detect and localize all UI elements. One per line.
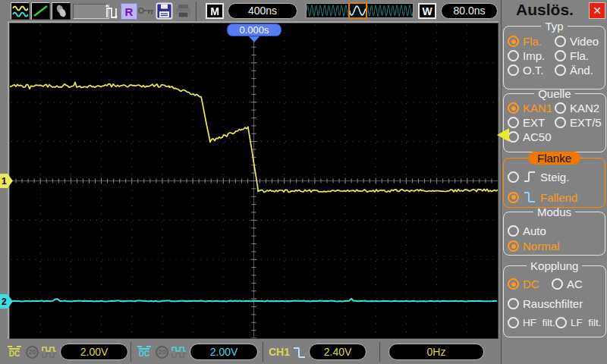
vectors-display-button[interactable]: [31, 2, 50, 20]
ch2-bandwidth-label: 20: [158, 348, 165, 356]
radio-icon: [508, 278, 519, 290]
ch1-scale-readout: 2.00V: [60, 344, 128, 360]
close-button[interactable]: ✕: [589, 2, 605, 19]
ch1-coupling-icon: DC: [6, 346, 23, 358]
radio-typ-flanke2[interactable]: Fla.: [555, 49, 601, 62]
group-typ: Typ Fla. Video Imp. Fla. O.T. Änd.: [503, 20, 605, 89]
trigger-falling-edge-icon: [292, 345, 307, 359]
ch2-marker-label: 2: [2, 297, 7, 307]
window-timebase-value: 80.0ns: [453, 5, 485, 17]
lock-button[interactable]: [137, 6, 155, 16]
print-button[interactable]: [175, 4, 191, 18]
radio-typ-flanke[interactable]: Fla.: [508, 35, 555, 48]
zoom-window-waveform-icon: [350, 5, 366, 17]
group-flanke-title: Flanke: [528, 152, 580, 165]
toolbar-divider: [196, 2, 197, 21]
main-timebase-badge: M: [206, 3, 224, 19]
persistence-display-button[interactable]: [52, 2, 71, 20]
frequency-readout: 0Hz: [388, 344, 484, 360]
radio-label: Auto: [523, 224, 546, 237]
radio-typ-aend[interactable]: Änd.: [555, 64, 601, 77]
trigger-level-value: 2.40V: [324, 346, 352, 358]
radio-icon: [508, 240, 519, 252]
radio-icon: [508, 64, 519, 76]
ch2-coupling-icon: DC: [136, 346, 153, 358]
radio-flanke-fallend[interactable]: Fallend: [508, 188, 601, 206]
radio-label: Änd.: [570, 64, 593, 77]
record-button[interactable]: R: [121, 3, 137, 20]
radio-flanke-steigend[interactable]: Steig.: [508, 168, 601, 186]
trigger-status-group[interactable]: CH1 2.40V: [269, 343, 366, 361]
radio-kopplung-rauschfilter[interactable]: Rauschfilter: [508, 297, 602, 310]
ch2-coupling-label: DC: [139, 348, 149, 358]
trigger-position-tab[interactable]: 0.000s: [227, 24, 281, 36]
radio-modus-auto[interactable]: Auto: [508, 224, 601, 237]
ch1-invert-icon: [42, 347, 57, 358]
channels-display-button[interactable]: [11, 2, 30, 20]
radio-label: O.T.: [523, 64, 544, 77]
radio-typ-impuls[interactable]: Imp.: [508, 49, 555, 62]
group-modus-title: Modus: [533, 206, 575, 218]
radio-label: AC50: [523, 130, 552, 143]
radio-icon: [555, 50, 566, 61]
channels-icon: [12, 4, 28, 18]
radio-typ-video[interactable]: Video: [555, 35, 601, 48]
save-button[interactable]: [156, 2, 173, 20]
radio-label: HF filt.: [523, 317, 555, 328]
radio-label: AC: [567, 278, 583, 290]
main-badge-label: M: [210, 5, 219, 17]
falling-edge-icon: [523, 190, 536, 204]
radio-label: KAN1: [523, 102, 552, 115]
radio-kopplung-dc[interactable]: DC: [508, 278, 552, 290]
ch1-coupling-label: DC: [9, 348, 20, 358]
key-icon: [137, 6, 155, 16]
radio-label: DC: [523, 278, 539, 290]
radio-icon: [508, 102, 519, 114]
ch2-status-group[interactable]: DC 20 2.00V: [136, 343, 258, 361]
radio-quelle-ext5[interactable]: EXT/5: [555, 116, 602, 129]
radio-icon: [555, 117, 566, 128]
radio-label: Steig.: [540, 171, 569, 184]
window-timebase-readout: 80.0ns: [441, 3, 498, 19]
radio-typ-ot[interactable]: O.T.: [508, 64, 555, 77]
grayscale-icon: [53, 4, 69, 18]
radio-kopplung-lf-filt[interactable]: LF filt.: [555, 317, 602, 328]
group-typ-title: Typ: [541, 20, 567, 33]
radio-quelle-kan2[interactable]: KAN2: [555, 102, 602, 115]
main-timebase-readout: 400ns: [228, 3, 297, 19]
save-icon: [156, 2, 173, 20]
radio-quelle-ext[interactable]: EXT: [508, 116, 555, 129]
trigger-menu-panel: Auslös. ✕ Typ Fla. Video Imp. Fla.: [501, 0, 607, 364]
zoom-window-marker[interactable]: [348, 2, 367, 19]
group-quelle: Quelle KAN1 KAN2 EXT EXT/5 AC50: [503, 87, 606, 152]
status-divider: [379, 342, 380, 362]
radio-icon: [508, 131, 519, 143]
group-modus: Modus Auto Normal: [503, 206, 605, 256]
radio-label: EXT: [523, 116, 545, 129]
ch1-bandwidth-icon: 20: [26, 346, 39, 359]
radio-quelle-kan1[interactable]: KAN1: [508, 102, 555, 115]
status-bar: DC 20 2.00V DC 20: [0, 340, 501, 364]
radio-label: Rauschfilter: [523, 297, 583, 310]
radio-modus-normal[interactable]: Normal: [508, 240, 601, 253]
graticule-and-traces: [10, 24, 498, 338]
waveform-preview-widget[interactable]: [306, 3, 414, 18]
window-badge-label: W: [422, 5, 432, 17]
ch2-scale-value: 2.00V: [210, 346, 238, 358]
pulse-icon: [105, 2, 120, 20]
radio-icon: [508, 192, 519, 203]
status-divider: [263, 342, 263, 362]
radio-icon: [508, 50, 519, 61]
radio-icon: [555, 64, 566, 76]
group-kopplung-title: Kopplung: [527, 259, 582, 272]
trigger-source-label: CH1: [269, 346, 290, 358]
trigger-level-marker[interactable]: [497, 128, 509, 142]
print-icon: [175, 4, 191, 18]
frequency-status-group: 0Hz: [388, 343, 484, 361]
radio-kopplung-ac[interactable]: AC: [552, 278, 602, 290]
radio-quelle-ac50[interactable]: AC50: [508, 130, 555, 143]
ch1-status-group[interactable]: DC 20 2.00V: [6, 343, 128, 361]
radio-label: Fla.: [523, 35, 542, 48]
radio-kopplung-hf-filt[interactable]: HF filt.: [508, 317, 555, 328]
single-pulse-button[interactable]: [105, 2, 120, 20]
